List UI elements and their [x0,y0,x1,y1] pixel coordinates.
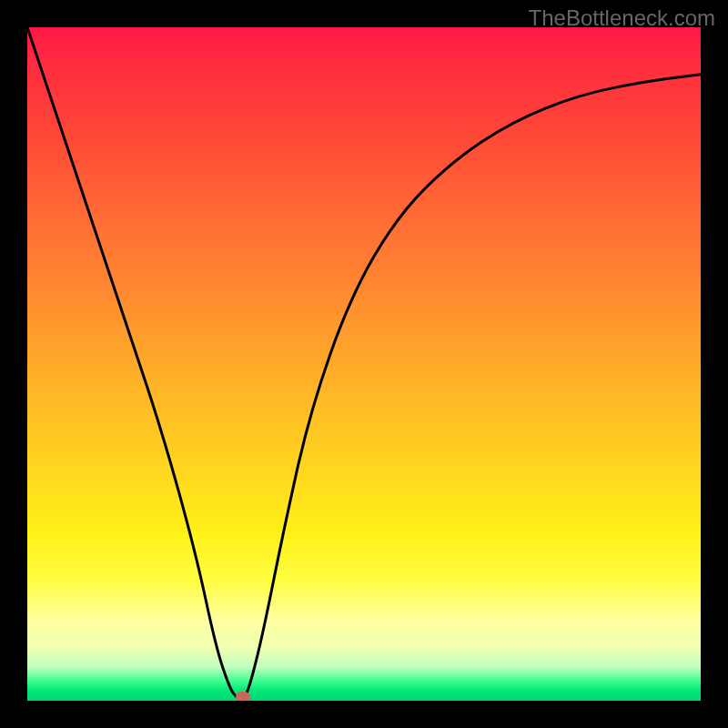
bottleneck-chart: TheBottleneck.com [0,0,728,728]
watermark-text: TheBottleneck.com [529,5,715,31]
curve-layer [27,27,701,701]
optimal-point-marker [236,692,250,701]
bottleneck-curve-path [27,27,701,700]
plot-area [27,27,701,701]
